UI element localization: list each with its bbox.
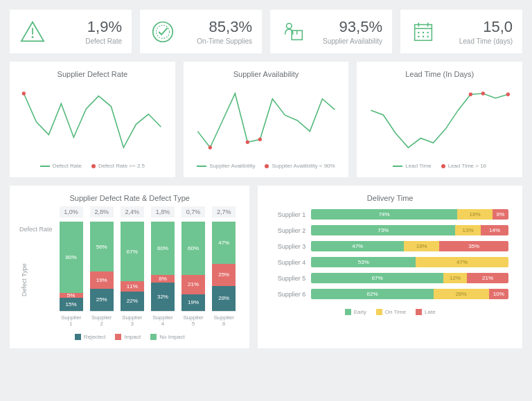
row-label: Supplier 4 [267,259,305,266]
svg-point-22 [481,91,485,96]
kpi-value: 85,3% [197,18,252,36]
seg-on-time: 18% [457,209,493,220]
seg-on-time: 13% [455,225,481,235]
hbar: 62%28%10% [311,289,508,299]
seg-impact: 8% [151,275,175,282]
kpi-value: 93,5% [323,18,382,36]
svg-point-18 [208,145,211,150]
seg-rejected: 15% [60,298,83,311]
x-label: Supplier 4 [151,314,175,327]
stacked-column: 0,7% 60% 21% 19% Supplier 5 [181,206,205,327]
kpi-value: 1,9% [85,18,122,36]
stacked-bar: 47% 25% 28% [212,222,236,312]
stacked-column: 1,0% 80% 5% 15% Supplier 1 [60,206,83,327]
seg-early: 53% [311,257,416,267]
seg-early: 73% [311,225,455,235]
x-label: Supplier 1 [60,314,83,327]
seg-late: 14% [481,225,508,235]
chart-title: Supplier Defect Rate [19,70,166,78]
seg-rejected: 32% [151,283,175,311]
seg-rejected: 22% [121,292,144,311]
seg-no-impact: 60% [181,222,205,275]
kpi-row: 1,9% Defect Rate 85,3% On-Time Supplies … [10,10,522,53]
kpi-value: 15,0 [459,18,513,36]
line-chart-svg [19,82,166,159]
seg-early: 47% [311,241,404,251]
stacked-column: 2,7% 47% 25% 28% Supplier 6 [212,206,236,327]
hbar-row: Supplier 453%47% [267,257,508,267]
x-label: Supplier 3 [121,314,144,327]
seg-no-impact: 67% [121,222,144,281]
stacked-column: 2,8% 56% 19% 25% Supplier 2 [90,206,114,327]
x-label: Supplier 5 [181,314,205,327]
stacked-bar: 80% 5% 15% [60,222,83,312]
svg-point-1 [32,36,34,38]
defect-rate-axis-label: Defect Rate [19,226,55,233]
chart-lead-time: Lead Time (In Days) Lead Time Lead Time … [357,62,522,177]
hbar-row: Supplier 662%28%10% [267,289,508,299]
x-label: Supplier 6 [212,314,236,327]
chart-legend: Supplier Availibility Supplier Availibil… [193,163,339,169]
seg-rejected: 25% [90,289,114,311]
seg-no-impact: 47% [212,222,236,264]
hbar: 53%47% [311,257,508,267]
bottom-row: Supplier Defect Rate & Defect Type Defec… [10,186,522,348]
stacked-bar: 60% 21% 19% [181,222,205,312]
seg-on-time: 12% [443,273,467,283]
kpi-lead-time: 15,0 Lead Time (days) [400,10,522,53]
svg-point-16 [427,35,428,37]
chart-title: Supplier Defect Rate & Defect Type [19,194,240,202]
seg-on-time: 18% [404,241,439,251]
hbar: 73%13%14% [311,225,508,235]
svg-point-11 [418,31,419,33]
seg-on-time: 47% [416,257,508,267]
hbar-row: Supplier 273%13%14% [267,225,508,235]
line-charts-row: Supplier Defect Rate Defect Rate Defect … [10,62,522,177]
svg-point-20 [258,138,261,142]
row-label: Supplier 3 [267,243,305,250]
seg-no-impact: 80% [60,222,83,293]
chart-title: Supplier Availability [193,70,339,78]
stacked-bar: 56% 19% 25% [90,222,114,312]
seg-impact: 25% [212,264,236,286]
defect-type-axis-label: Defect Type [19,233,55,327]
stacked-columns: 1,0% 80% 5% 15% Supplier 1 2,8% 56% 19% … [55,206,240,327]
svg-point-19 [245,140,249,144]
check-circle-icon [150,19,176,45]
hbar: 67%12%21% [311,273,508,283]
svg-point-13 [427,31,428,33]
chart-defect-type: Supplier Defect Rate & Defect Type Defec… [10,186,249,348]
row-label: Supplier 6 [267,291,305,298]
svg-point-14 [418,35,419,37]
kpi-on-time: 85,3% On-Time Supplies [140,10,262,53]
x-label: Supplier 2 [90,314,114,327]
row-label: Supplier 1 [267,211,305,218]
seg-no-impact: 56% [90,222,114,271]
defect-rate-value: 2,8% [90,206,114,217]
chart-title: Lead Time (In Days) [366,70,513,78]
seg-late: 8% [493,209,508,220]
warning-triangle-icon [19,19,46,45]
stacked-bar: 60% 8% 32% [151,222,175,312]
hbar-row: Supplier 347%18%35% [267,241,508,251]
svg-point-3 [157,25,170,38]
kpi-label: Lead Time (days) [459,37,513,45]
hbar-rows: Supplier 174%18%8%Supplier 273%13%14%Sup… [267,206,513,302]
hbar: 47%18%35% [311,241,508,251]
hbar: 74%18%8% [311,209,508,220]
defect-rate-value: 1,0% [60,206,83,217]
seg-late: 21% [467,273,508,283]
kpi-label: Supplier Availability [323,37,382,45]
chart-legend: Lead Time Lead Time > 16 [366,163,513,169]
kpi-label: Defect Rate [85,37,122,45]
seg-rejected: 28% [212,286,236,311]
chart-supplier-availability: Supplier Availability Supplier Availibil… [184,62,349,177]
seg-late: 10% [489,289,508,299]
seg-on-time: 28% [434,289,489,299]
kpi-label: On-Time Supplies [197,37,252,45]
seg-early: 62% [311,289,434,299]
svg-point-12 [423,31,424,33]
defect-rate-value: 2,7% [212,206,236,217]
row-label: Supplier 2 [267,227,305,234]
line-chart-svg [366,82,513,159]
